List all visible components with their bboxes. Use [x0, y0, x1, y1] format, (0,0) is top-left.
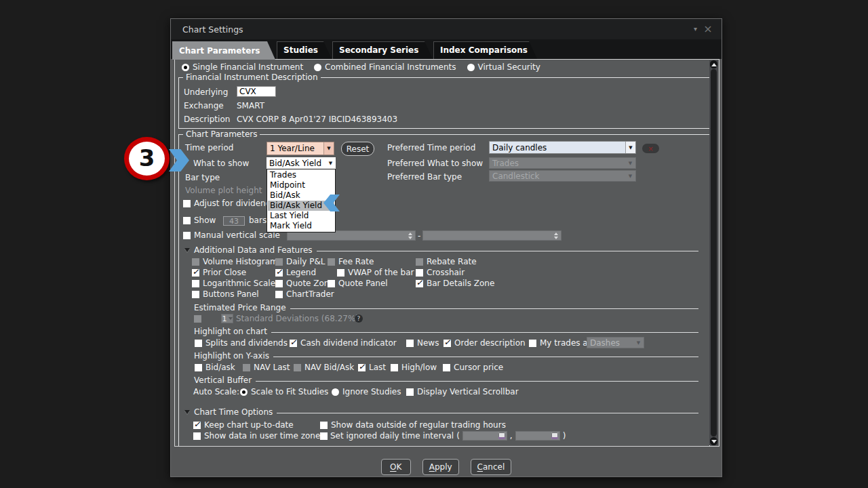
- checkbox-rebate-rate: Rebate Rate: [416, 257, 477, 266]
- section-title: Additional Data and Features: [194, 245, 313, 255]
- vertical-scale-max-field: [422, 230, 561, 241]
- scroll-down-icon[interactable]: [710, 437, 717, 445]
- checkbox-icon: [275, 258, 283, 266]
- checkbox-vwap-of-bar[interactable]: VWAP of the bar: [337, 268, 414, 277]
- checkbox-icon: [275, 280, 283, 287]
- tab-secondary-series[interactable]: Secondary Series: [332, 41, 433, 59]
- checkbox-label: Cash dividend indicator: [300, 338, 397, 348]
- vertical-scrollbar[interactable]: [709, 60, 718, 445]
- checkbox-bid-ask[interactable]: Bid/ask: [195, 363, 235, 372]
- checkbox-crosshair[interactable]: Crosshair: [416, 268, 465, 277]
- cancel-button[interactable]: Cancel: [471, 459, 512, 475]
- checkbox-prior-close[interactable]: Prior Close: [192, 268, 246, 277]
- radio-ignore-studies[interactable]: Ignore Studies: [332, 387, 401, 396]
- checkbox-charttrader[interactable]: ChartTrader: [275, 289, 334, 299]
- preferred-time-period-value: Daily candles: [490, 142, 625, 153]
- checkbox-quote-zone[interactable]: Quote Zone: [275, 279, 334, 288]
- preferred-what-to-show-value: Trades: [490, 158, 625, 168]
- preferred-time-period-select[interactable]: Daily candles ▼: [489, 141, 636, 154]
- radio-virtual-security[interactable]: Virtual Security: [467, 62, 540, 72]
- checkbox-splits-and-dividends[interactable]: Splits and dividends: [195, 338, 288, 348]
- checkbox-quote-panel[interactable]: Quote Panel: [328, 279, 388, 288]
- radio-icon: [314, 64, 321, 71]
- checkbox-news[interactable]: News: [406, 338, 439, 348]
- group-legend: Financial Instrument Description: [183, 73, 321, 82]
- reset-button[interactable]: Reset: [341, 142, 374, 156]
- titlebar-caret-icon[interactable]: ▾: [694, 25, 697, 33]
- checkbox-order-description[interactable]: Order description: [443, 338, 526, 348]
- checkbox-icon: [406, 388, 414, 396]
- tab-chart-parameters[interactable]: Chart Parameters: [172, 41, 275, 60]
- checkbox-legend[interactable]: Legend: [275, 268, 316, 277]
- checkbox-label: Bid/ask: [205, 363, 235, 372]
- scroll-up-icon[interactable]: [710, 60, 717, 68]
- collapse-triangle-icon[interactable]: [184, 410, 190, 414]
- checkbox-label: News: [417, 338, 439, 348]
- dialog-titlebar[interactable]: Chart Settings ▾ ×: [171, 19, 722, 39]
- section-rule: [290, 308, 698, 309]
- section-title: Chart Time Options: [194, 407, 273, 417]
- clear-preferred-button[interactable]: ×: [642, 144, 659, 153]
- section-rule: [277, 413, 698, 413]
- checkbox-display-vertical-scrollbar[interactable]: Display Vertical Scrollbar: [406, 387, 519, 396]
- apply-button[interactable]: Apply: [422, 459, 459, 475]
- checkbox-keep-chart-up-to-date[interactable]: Keep chart up-to-date: [193, 420, 294, 430]
- checkbox-cash-dividend-indicator[interactable]: Cash dividend indicator: [290, 338, 397, 348]
- checkbox-set-ignored-interval[interactable]: Set ignored daily time interval ( , ): [320, 431, 566, 441]
- checkbox-icon: [416, 258, 423, 266]
- close-icon[interactable]: ×: [701, 22, 715, 35]
- checkbox-manual-vertical-scale[interactable]: Manual vertical scale: [183, 230, 280, 240]
- checkbox-high-low[interactable]: High/low: [391, 363, 437, 372]
- paren-close: ): [563, 431, 566, 441]
- dropdown-option-trades[interactable]: Trades: [268, 170, 334, 180]
- scrollbar-thumb[interactable]: [711, 69, 717, 436]
- ok-button[interactable]: OK: [381, 459, 411, 475]
- checkbox-show-outside-rth[interactable]: Show data outside of regular trading hou…: [320, 420, 506, 430]
- checkbox-last[interactable]: Last: [358, 363, 386, 372]
- radio-single-financial-instrument[interactable]: Single Financial Instrument: [182, 62, 303, 72]
- checkbox-label: Prior Close: [203, 268, 246, 277]
- checkbox-label: Volume Histogram: [203, 257, 278, 266]
- checkbox-adjust-for-dividends[interactable]: Adjust for dividends: [183, 199, 275, 208]
- checkbox-buttons-panel[interactable]: Buttons Panel: [192, 289, 259, 299]
- checkbox-volume-histogram: Volume Histogram: [192, 257, 278, 266]
- time-period-select[interactable]: 1 Year/Line ▼: [267, 142, 334, 155]
- section-title: Highlight on chart: [194, 327, 267, 336]
- checkbox-icon: [193, 422, 201, 429]
- annotation-step-badge: 3: [124, 137, 170, 180]
- dropdown-option-last-yield[interactable]: Last Yield: [268, 211, 334, 221]
- section-chart-time-options: Chart Time Options: [194, 407, 698, 417]
- dropdown-option-mark-yield[interactable]: Mark Yield: [268, 221, 334, 231]
- checkbox-nav-last: NAV Last: [243, 363, 290, 372]
- checkbox-logarithmic-scale[interactable]: Logarithmic Scale: [192, 279, 275, 288]
- chevron-down-icon: ▼: [625, 171, 635, 181]
- checkbox-label: Show data outside of regular trading hou…: [331, 420, 506, 430]
- checkbox-cursor-price[interactable]: Cursor price: [443, 363, 503, 372]
- radio-scale-to-fit-studies[interactable]: Scale to Fit Studies: [240, 387, 328, 396]
- tab-index-comparisons[interactable]: Index Comparisons: [433, 41, 537, 59]
- dialog-footer: OK Apply Cancel: [171, 459, 722, 476]
- checkbox-user-time-zone[interactable]: Show data in user time zone: [193, 431, 320, 441]
- volume-plot-height-label: Volume plot height: [185, 186, 262, 195]
- preferred-bar-type-select: Candlestick ▼: [489, 170, 636, 182]
- checkbox-icon: [529, 340, 536, 347]
- tab-studies[interactable]: Studies: [277, 41, 332, 59]
- bars-count-field[interactable]: 43: [223, 216, 245, 226]
- checkbox-label: Bar Details Zone: [427, 279, 494, 288]
- radio-label: Ignore Studies: [342, 387, 401, 396]
- section-title: Vertical Buffer: [194, 375, 252, 385]
- checkbox-icon: [320, 432, 328, 440]
- checkbox-bar-details-zone[interactable]: Bar Details Zone: [416, 279, 494, 288]
- checkbox-my-trades-as[interactable]: My trades as: [529, 338, 592, 348]
- dropdown-option-midpoint[interactable]: Midpoint: [268, 180, 334, 190]
- collapse-triangle-icon[interactable]: [184, 248, 190, 252]
- what-to-show-select[interactable]: Bid/Ask Yield ▼: [267, 157, 336, 169]
- radio-combined-financial-instruments[interactable]: Combined Financial Instruments: [314, 62, 456, 72]
- chevron-down-icon: ▼: [326, 157, 336, 169]
- checkbox-label: Display Vertical Scrollbar: [417, 387, 519, 396]
- checkbox-show-bars[interactable]: Show 43 bars: [183, 216, 278, 225]
- dropdown-option-bid-ask[interactable]: Bid/Ask: [268, 190, 334, 201]
- checkbox-icon: [391, 364, 398, 371]
- underlying-input[interactable]: [237, 86, 276, 97]
- bar-type-label: Bar type: [185, 173, 220, 182]
